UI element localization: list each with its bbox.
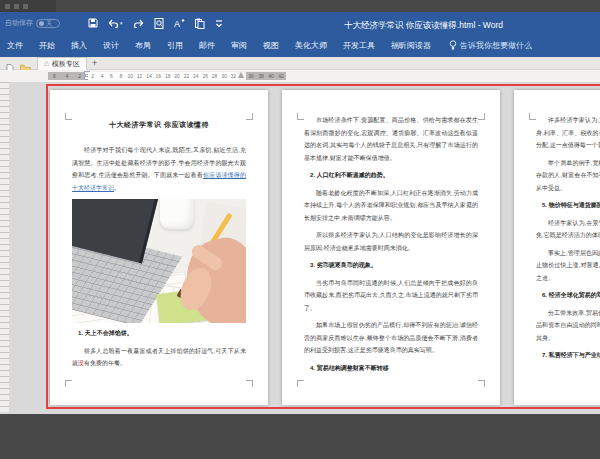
- quick-access-toolbar: ▾ A: [88, 15, 223, 31]
- window-title: 十大经济学常识 你应该读懂得.html - Word: [344, 20, 503, 32]
- print-preview-icon[interactable]: [154, 16, 164, 30]
- ruler-number: 24: [191, 74, 200, 79]
- body-text: 有免费的午餐。: [84, 360, 126, 366]
- page-1[interactable]: 十大经济学常识 你应该读懂得 经济学对于我们每个现代人来说,既陌生,又亲切,贴近…: [50, 90, 268, 405]
- ruler-number: 10: [126, 74, 135, 79]
- right-indent-marker[interactable]: [238, 72, 244, 78]
- inline-photo-writing-hand: [72, 199, 246, 323]
- crop-mark-icon: [246, 113, 253, 120]
- ribbon-tab[interactable]: 审阅: [231, 40, 247, 51]
- autosave-toggle[interactable]: 自动保存 关: [5, 18, 60, 28]
- body-paragraph: 很多人总盼着一夜暴富或者天上掉馅饼的好运气,可天下从来就没有免费的午餐。: [72, 345, 246, 370]
- ribbon-tab-row: 文件开始插入设计布局引用邮件审阅视图美化大师开发工具福昕阅读器 告诉我你想要做什…: [0, 34, 600, 57]
- ribbon-tab[interactable]: 邮件: [199, 40, 215, 51]
- tell-me-label: 告诉我你想要做什么: [460, 40, 532, 51]
- body-paragraph: 随着老龄化程度的不断加深,人口红利正在逐渐消失,劳动力成本持续上升,每个人的养老…: [304, 187, 478, 225]
- intro-paragraph: 经济学对于我们每个现代人来说,既陌生,又亲切,贴近生活,充满智慧。生活中处处藏着…: [72, 144, 246, 194]
- ruler-right-margin: 36384042: [246, 72, 286, 80]
- vertical-ruler[interactable]: [0, 82, 9, 412]
- lightbulb-icon: [449, 40, 457, 51]
- document-tab-bar: ⌂ 模板专区 +: [0, 57, 600, 70]
- page-2[interactable]: 市场经济条件下,资源配置、商品价格、供给与需求都在发生着深刻而微妙的变化,宏观调…: [282, 90, 500, 405]
- body-paragraph: 当劣币与良币同时流通的时候,人们总是倾向于把成色好的良币收藏起来,而把劣币花出去…: [304, 277, 478, 315]
- ruler-number: 16: [154, 74, 163, 79]
- photo-mug: [160, 199, 194, 229]
- ruler-number: 8: [116, 74, 125, 79]
- document-title: 十大经济学常识 你应该读懂得: [72, 120, 246, 130]
- body-paragraph: 事实上,管理层也因此面临两难,既要保持经济平稳增长,又要防止物价过快上涨,对普通…: [536, 247, 600, 285]
- page-3[interactable]: 许多经济学家认为,宏观政策的每一次调整都会牵一发而动全身,利率、汇率、税收的变化…: [514, 90, 600, 405]
- ruler-number: 40: [266, 74, 276, 79]
- redo-icon[interactable]: [133, 16, 144, 30]
- ruler-number: 4: [61, 74, 74, 79]
- tell-me-box[interactable]: 告诉我你想要做什么: [449, 40, 532, 51]
- tab-template-zone[interactable]: ⌂ 模板专区: [37, 57, 87, 70]
- crop-mark-icon: [297, 380, 304, 387]
- ribbon-tab[interactable]: 布局: [135, 40, 151, 51]
- body-paragraph: 市场经济条件下,资源配置、商品价格、供给与需求都在发生着深刻而微妙的变化,宏观调…: [304, 114, 478, 164]
- heading-1: 1. 天上不会掉馅饼。: [72, 327, 246, 340]
- ruler-scale: 2468101214161820222426283032: [88, 72, 238, 80]
- ruler-left-margin: 642: [48, 72, 86, 80]
- add-tab-button[interactable]: +: [92, 58, 97, 69]
- ribbon-tabs: 文件开始插入设计布局引用邮件审阅视图美化大师开发工具福昕阅读器: [0, 40, 447, 51]
- crop-mark-icon: [246, 380, 253, 387]
- screen-capture-strip: [0, 0, 600, 12]
- ruler-number: 18: [163, 74, 172, 79]
- ribbon-tab[interactable]: 福昕阅读器: [391, 40, 431, 51]
- ribbon-tab[interactable]: 视图: [263, 40, 279, 51]
- autosave-pill[interactable]: 关: [36, 19, 60, 28]
- ruler-number: 6: [107, 74, 116, 79]
- ruler-number: 30: [219, 74, 228, 79]
- heading-5: 5. 物价特征与通货膨胀。: [536, 199, 600, 212]
- font-grow-icon[interactable]: A: [174, 16, 185, 30]
- crop-mark-icon: [65, 380, 72, 387]
- body-paragraph: 如果市场上假冒伪劣的产品横行,却得不到应有的惩治,诚信经营的商家反而难以生存,最…: [304, 319, 478, 357]
- save-icon[interactable]: [88, 16, 98, 30]
- heading-2: 2. 人口红利不断递减的趋势。: [304, 169, 478, 182]
- crop-mark-icon: [529, 113, 536, 120]
- ribbon-tab[interactable]: 引用: [167, 40, 183, 51]
- autosave-state: 关: [46, 20, 52, 26]
- crop-mark-icon: [65, 113, 72, 120]
- customize-quick-access-icon[interactable]: [215, 16, 223, 30]
- ruler-number: 22: [182, 74, 191, 79]
- ribbon-tab[interactable]: 插入: [71, 40, 87, 51]
- body-paragraph: 举个简单的例子,宽松的货币政策会推高资产的价格,手里只有存款的人,财富会在不知不…: [536, 157, 600, 195]
- undo-dropdown-icon[interactable]: ▾: [120, 20, 123, 26]
- ruler-number: 14: [144, 74, 153, 79]
- svg-text:A: A: [174, 19, 180, 28]
- ruler-number: 32: [229, 74, 238, 79]
- ribbon-tab[interactable]: 开发工具: [343, 40, 375, 51]
- home-icon: ⌂: [44, 60, 49, 68]
- ruler-number: 28: [210, 74, 219, 79]
- ruler-number: 12: [135, 74, 144, 79]
- ruler-number: 38: [256, 74, 266, 79]
- ribbon-tab[interactable]: 文件: [7, 40, 23, 51]
- ribbon-tab[interactable]: 美化大师: [295, 40, 327, 51]
- ruler-number: 20: [172, 74, 181, 79]
- autosave-label: 自动保存: [5, 18, 33, 28]
- ruler-number: 42: [276, 74, 286, 79]
- screen-bottom-strip: [0, 414, 600, 459]
- heading-7: 7. 私营经济下与产业结构调整: [536, 349, 600, 362]
- ruler-number: 36: [246, 74, 256, 79]
- document-area: 十大经济学常识 你应该读懂得 经济学对于我们每个现代人来说,既陌生,又亲切,贴近…: [0, 82, 600, 414]
- ruler-number: 6: [48, 74, 61, 79]
- paste-icon[interactable]: [195, 16, 205, 30]
- ruler-number: 2: [88, 74, 97, 79]
- ribbon-tab[interactable]: 设计: [103, 40, 119, 51]
- autosave-knob: [39, 21, 44, 26]
- horizontal-ruler[interactable]: 642 2468101214161820222426283032 3638404…: [0, 70, 600, 82]
- body-paragraph: 所以很多经济学家认为,人口结构的变化是影响经济增长的深层原因,经济企稳更多地需要…: [304, 229, 478, 254]
- intro-tail: 。: [114, 185, 120, 191]
- heading-6: 6. 经济全球化贸易的双刃剑。: [536, 289, 600, 302]
- undo-icon[interactable]: ▾: [108, 16, 123, 30]
- crop-mark-icon: [297, 113, 304, 120]
- tab-label: 模板专区: [52, 59, 80, 69]
- recorder-controls-icon: [5, 4, 28, 9]
- body-paragraph: 许多经济学家认为,宏观政策的每一次调整都会牵一发而动全身,利率、汇率、税收的变化…: [536, 114, 600, 152]
- ribbon-tab[interactable]: 开始: [39, 40, 55, 51]
- body-paragraph: 经济学家认为,在景气上行的周期之中,温和的通货膨胀难以避免,它既是经济活力的体现…: [536, 217, 600, 242]
- ruler-number: 26: [201, 74, 210, 79]
